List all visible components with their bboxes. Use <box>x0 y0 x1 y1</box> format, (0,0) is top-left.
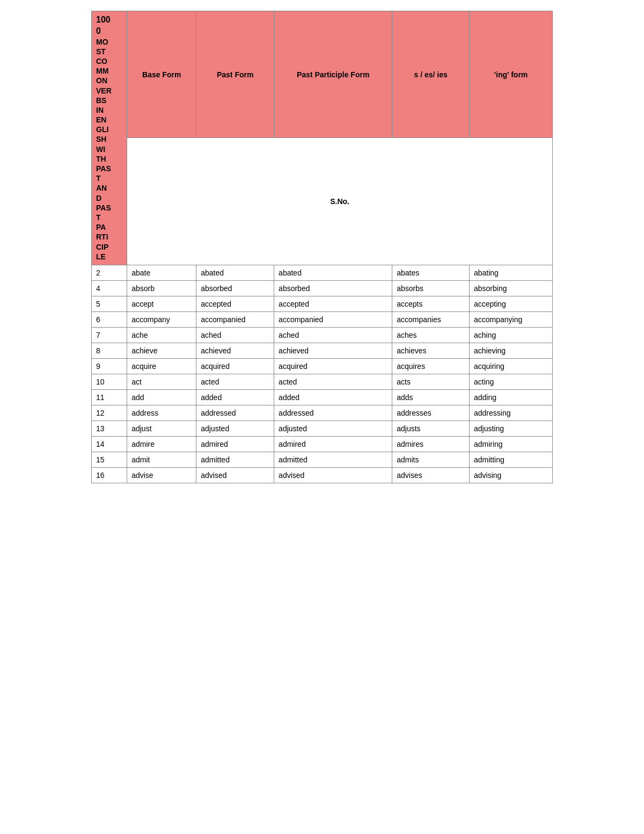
row-pp: accompanied <box>274 311 392 327</box>
row-ing: advising <box>469 467 552 483</box>
verb-table: 100 0 MOSTCOMMONVERBSINENGLISHWITHPASTAN… <box>91 11 553 483</box>
table-row: 12addressaddressedaddressedaddressesaddr… <box>92 405 553 420</box>
row-past: abated <box>196 265 274 280</box>
row-ing: acquiring <box>469 358 552 374</box>
row-pp: ached <box>274 327 392 343</box>
row-s: abates <box>392 265 470 280</box>
row-ing: adjusting <box>469 420 552 436</box>
row-ing: aching <box>469 327 552 343</box>
row-num: 2 <box>92 265 127 280</box>
row-num: 13 <box>92 420 127 436</box>
col-header-pp: Past Participle Form <box>274 11 392 138</box>
row-num: 15 <box>92 452 127 467</box>
row-ing: absorbing <box>469 280 552 296</box>
row-past: ached <box>196 327 274 343</box>
table-row: 4absorbabsorbedabsorbedabsorbsabsorbing <box>92 280 553 296</box>
col-header-past: Past Form <box>196 11 274 138</box>
row-s: accepts <box>392 296 470 311</box>
row-ing: accompanying <box>469 311 552 327</box>
row-s: advises <box>392 467 470 483</box>
title-text: MOSTCOMMONVERBSINENGLISHWITHPASTANDPASTP… <box>96 37 122 262</box>
table-row: 11addaddedaddedaddsadding <box>92 389 553 405</box>
row-ing: addressing <box>469 405 552 420</box>
table-row: 15admitadmittedadmittedadmitsadmitting <box>92 452 553 467</box>
row-past: admired <box>196 436 274 452</box>
row-num: 12 <box>92 405 127 420</box>
row-ing: accepting <box>469 296 552 311</box>
row-past: addressed <box>196 405 274 420</box>
row-pp: admitted <box>274 452 392 467</box>
row-pp: adjusted <box>274 420 392 436</box>
row-pp: admired <box>274 436 392 452</box>
row-base: accept <box>127 296 196 311</box>
row-num: 6 <box>92 311 127 327</box>
row-pp: advised <box>274 467 392 483</box>
table-row: 7acheachedachedachesaching <box>92 327 553 343</box>
row-s: aches <box>392 327 470 343</box>
row-s: absorbs <box>392 280 470 296</box>
row-ing: abating <box>469 265 552 280</box>
table-row: 5acceptacceptedacceptedacceptsaccepting <box>92 296 553 311</box>
sno-row: S.No. <box>127 138 553 265</box>
row-past: absorbed <box>196 280 274 296</box>
row-base: admire <box>127 436 196 452</box>
row-s: adjusts <box>392 420 470 436</box>
row-ing: achieving <box>469 343 552 358</box>
main-wrapper: 100 0 MOSTCOMMONVERBSINENGLISHWITHPASTAN… <box>91 11 553 483</box>
row-s: addresses <box>392 405 470 420</box>
row-base: ache <box>127 327 196 343</box>
row-past: accepted <box>196 296 274 311</box>
row-s: acquires <box>392 358 470 374</box>
row-num: 14 <box>92 436 127 452</box>
row-pp: addressed <box>274 405 392 420</box>
row-base: accompany <box>127 311 196 327</box>
row-base: address <box>127 405 196 420</box>
row-ing: acting <box>469 374 552 389</box>
row-s: accompanies <box>392 311 470 327</box>
row-base: add <box>127 389 196 405</box>
row-past: acquired <box>196 358 274 374</box>
row-pp: acquired <box>274 358 392 374</box>
row-pp: achieved <box>274 343 392 358</box>
col-header-s: s / es/ ies <box>392 11 470 138</box>
row-num: 11 <box>92 389 127 405</box>
row-num: 5 <box>92 296 127 311</box>
row-past: achieved <box>196 343 274 358</box>
row-base: absorb <box>127 280 196 296</box>
table-row: 8achieveachievedachievedachievesachievin… <box>92 343 553 358</box>
title-cell: 100 0 MOSTCOMMONVERBSINENGLISHWITHPASTAN… <box>92 11 127 265</box>
row-num: 7 <box>92 327 127 343</box>
row-pp: accepted <box>274 296 392 311</box>
row-ing: adding <box>469 389 552 405</box>
row-past: acted <box>196 374 274 389</box>
row-pp: acted <box>274 374 392 389</box>
row-base: acquire <box>127 358 196 374</box>
row-ing: admitting <box>469 452 552 467</box>
row-pp: absorbed <box>274 280 392 296</box>
col-header-ing: 'ing' form <box>469 11 552 138</box>
table-row: 6accompanyaccompaniedaccompaniedaccompan… <box>92 311 553 327</box>
row-base: abate <box>127 265 196 280</box>
row-base: adjust <box>127 420 196 436</box>
title-number: 100 <box>96 14 122 26</box>
row-base: achieve <box>127 343 196 358</box>
row-s: acts <box>392 374 470 389</box>
table-row: 13adjustadjustedadjustedadjustsadjusting <box>92 420 553 436</box>
row-base: admit <box>127 452 196 467</box>
row-base: advise <box>127 467 196 483</box>
row-num: 10 <box>92 374 127 389</box>
row-ing: admiring <box>469 436 552 452</box>
col-header-base: Base Form <box>127 11 196 138</box>
row-past: admitted <box>196 452 274 467</box>
table-row: 16adviseadvisedadvisedadvisesadvising <box>92 467 553 483</box>
title-zero: 0 <box>96 26 122 37</box>
table-row: 2abateabatedabatedabatesabating <box>92 265 553 280</box>
table-row: 10actactedactedactsacting <box>92 374 553 389</box>
row-num: 9 <box>92 358 127 374</box>
row-s: admits <box>392 452 470 467</box>
row-base: act <box>127 374 196 389</box>
table-row: 9acquireacquiredacquiredacquiresacquirin… <box>92 358 553 374</box>
row-past: adjusted <box>196 420 274 436</box>
row-s: achieves <box>392 343 470 358</box>
row-s: admires <box>392 436 470 452</box>
